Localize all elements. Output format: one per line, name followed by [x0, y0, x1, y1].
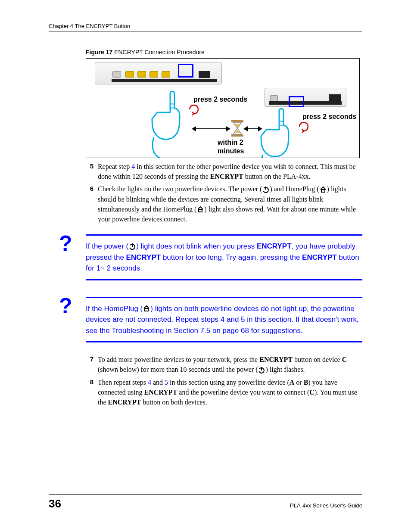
curved-arrow-icon [188, 103, 200, 115]
xref-link[interactable]: 4 [221, 315, 224, 324]
tip-block-1: ? If the power () light does not blink w… [49, 234, 362, 280]
tip-rule [86, 297, 362, 298]
step-text: To add more powerline devices to your ne… [98, 355, 362, 374]
xref-link[interactable]: 5 [165, 379, 168, 386]
port-icon [112, 71, 121, 78]
device-b-illustration [265, 88, 346, 107]
figure-title: ENCRYPT Connection Procedure [112, 49, 204, 56]
svg-rect-10 [145, 308, 148, 311]
tip-block-2: ? If the HomePlug () lights on both powe… [49, 297, 362, 343]
xref-link[interactable]: 4 [148, 379, 151, 386]
xref-link[interactable]: 5 [241, 315, 245, 324]
document-title: PLA-4xx Series User's Guide [290, 502, 362, 509]
step-text: Repeat step 4 in this section for the ot… [98, 162, 362, 181]
step-6: 6 Check the lights on the two powerline … [86, 184, 362, 224]
question-icon: ? [59, 231, 72, 256]
step-8: 8 Then repeat steps 4 and 5 in this sect… [86, 377, 362, 408]
encrypt-button-highlight [178, 64, 193, 78]
label-strip [112, 79, 217, 82]
step-list-1: 5 Repeat step 4 in this section for the … [86, 162, 362, 224]
step-number: 5 [86, 162, 98, 181]
svg-point-0 [170, 104, 174, 108]
port-icon [329, 94, 341, 101]
xref-link[interactable]: 4 [131, 163, 135, 170]
chapter-header: Chapter 4 The ENCRYPT Button [49, 23, 362, 31]
step-7: 7 To add more powerline devices to your … [86, 355, 362, 374]
figure-17-diagram: press 2 seconds press 2 seconds [86, 58, 360, 158]
svg-rect-7 [199, 209, 202, 212]
double-arrow-left [196, 128, 226, 129]
power-icon [128, 243, 136, 250]
port-icon [149, 71, 158, 78]
svg-point-1 [279, 121, 283, 125]
step-text: Then repeat steps 4 and 5 in this sectio… [98, 377, 362, 408]
hand-icon [258, 108, 294, 158]
figure-number: Figure 17 [86, 49, 112, 56]
port-icon [137, 71, 146, 78]
tip-rule [86, 279, 362, 280]
step-number: 6 [86, 184, 98, 224]
step-number: 7 [86, 355, 98, 374]
hand-icon [149, 91, 185, 158]
step-list-2: 7 To add more powerline devices to your … [86, 355, 362, 407]
homeplug-icon [143, 305, 150, 312]
hourglass-icon [230, 120, 245, 137]
port-icon [162, 71, 170, 78]
footer-rule [49, 494, 362, 495]
tip-rule [86, 341, 362, 342]
page-number: 36 [49, 497, 61, 510]
label-strip [269, 101, 342, 105]
step-number: 8 [86, 377, 98, 408]
xref-link[interactable]: Section 7.5 on page 68 [174, 327, 249, 335]
device-a-illustration [95, 62, 222, 84]
within-label-1: within 2 [218, 139, 243, 146]
curved-arrow-icon [298, 121, 310, 133]
question-icon: ? [59, 293, 72, 318]
homeplug-icon [319, 186, 327, 193]
step-5: 5 Repeat step 4 in this section for the … [86, 162, 362, 181]
power-icon [262, 186, 270, 193]
figure-caption: Figure 17 ENCRYPT Connection Procedure [86, 49, 362, 56]
tip-rule [86, 234, 362, 236]
port-icon [125, 71, 134, 78]
tip-text: If the power () light does not blink whe… [86, 241, 362, 274]
port-icon [199, 71, 210, 78]
port-icon [270, 95, 278, 101]
encrypt-button-highlight [289, 96, 304, 107]
power-icon [258, 366, 265, 374]
header-rule [49, 31, 362, 31]
homeplug-icon [196, 205, 204, 213]
step-text: Check the lights on the two powerline de… [98, 184, 362, 224]
tip-text: If the HomePlug () lights on both powerl… [86, 303, 362, 336]
svg-rect-6 [321, 190, 325, 192]
press-label-1: press 2 seconds [193, 96, 247, 103]
press-label-2: press 2 seconds [302, 113, 356, 121]
within-label-2: minutes [218, 147, 244, 155]
page-footer: 36 PLA-4xx Series User's Guide [49, 494, 362, 510]
double-arrow-right [248, 128, 258, 129]
